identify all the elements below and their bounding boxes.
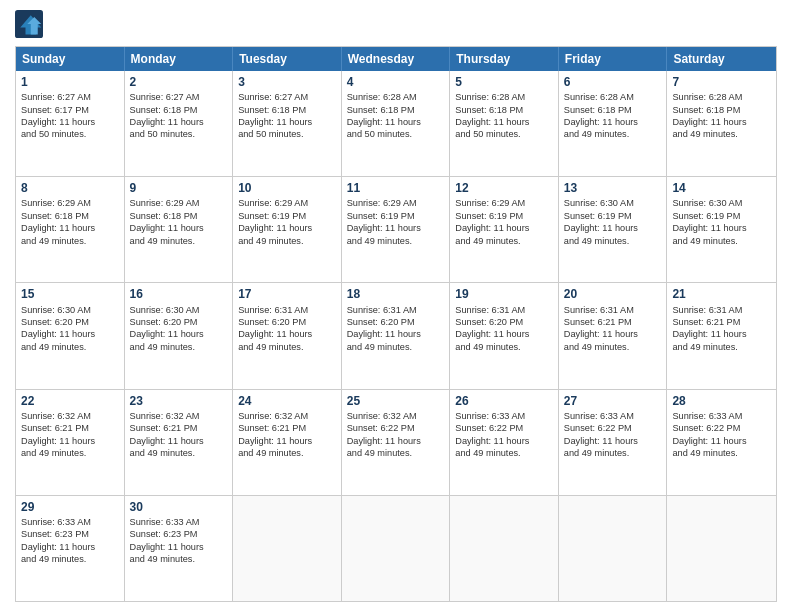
cell-info-line: Sunrise: 6:28 AM <box>564 91 662 103</box>
calendar-row: 15Sunrise: 6:30 AMSunset: 6:20 PMDayligh… <box>16 282 776 388</box>
calendar-cell: 23Sunrise: 6:32 AMSunset: 6:21 PMDayligh… <box>125 390 234 495</box>
cell-info-line: and 49 minutes. <box>672 128 771 140</box>
cell-info-line: and 49 minutes. <box>564 447 662 459</box>
cell-info-line: Sunrise: 6:29 AM <box>21 197 119 209</box>
cell-info-line: Daylight: 11 hours <box>21 435 119 447</box>
cell-info-line: Daylight: 11 hours <box>347 435 445 447</box>
cell-info-line: Daylight: 11 hours <box>347 222 445 234</box>
cell-info-line: Sunset: 6:18 PM <box>130 104 228 116</box>
weekday-header: Saturday <box>667 47 776 71</box>
day-number: 22 <box>21 393 119 409</box>
cell-info-line: Sunrise: 6:30 AM <box>564 197 662 209</box>
weekday-header: Monday <box>125 47 234 71</box>
cell-info-line: Sunset: 6:22 PM <box>455 422 553 434</box>
cell-info-line: Sunrise: 6:33 AM <box>564 410 662 422</box>
calendar-cell: 21Sunrise: 6:31 AMSunset: 6:21 PMDayligh… <box>667 283 776 388</box>
day-number: 27 <box>564 393 662 409</box>
cell-info-line: and 50 minutes. <box>347 128 445 140</box>
calendar-cell: 14Sunrise: 6:30 AMSunset: 6:19 PMDayligh… <box>667 177 776 282</box>
cell-info-line: and 49 minutes. <box>347 341 445 353</box>
calendar-cell <box>559 496 668 601</box>
cell-info-line: and 49 minutes. <box>455 341 553 353</box>
cell-info-line: Daylight: 11 hours <box>130 541 228 553</box>
cell-info-line: Daylight: 11 hours <box>564 435 662 447</box>
cell-info-line: Daylight: 11 hours <box>130 222 228 234</box>
cell-info-line: Sunset: 6:19 PM <box>347 210 445 222</box>
cell-info-line: Sunset: 6:18 PM <box>672 104 771 116</box>
cell-info-line: and 49 minutes. <box>347 235 445 247</box>
calendar-cell <box>667 496 776 601</box>
cell-info-line: and 49 minutes. <box>347 447 445 459</box>
cell-info-line: Sunrise: 6:33 AM <box>455 410 553 422</box>
cell-info-line: Sunset: 6:19 PM <box>672 210 771 222</box>
cell-info-line: Daylight: 11 hours <box>130 328 228 340</box>
cell-info-line: Sunrise: 6:30 AM <box>672 197 771 209</box>
cell-info-line: and 49 minutes. <box>21 341 119 353</box>
day-number: 29 <box>21 499 119 515</box>
day-number: 17 <box>238 286 336 302</box>
day-number: 28 <box>672 393 771 409</box>
calendar-cell: 24Sunrise: 6:32 AMSunset: 6:21 PMDayligh… <box>233 390 342 495</box>
cell-info-line: and 49 minutes. <box>564 341 662 353</box>
cell-info-line: Sunset: 6:21 PM <box>238 422 336 434</box>
cell-info-line: Sunrise: 6:32 AM <box>238 410 336 422</box>
day-number: 6 <box>564 74 662 90</box>
cell-info-line: Sunset: 6:18 PM <box>455 104 553 116</box>
cell-info-line: Daylight: 11 hours <box>238 116 336 128</box>
cell-info-line: Sunset: 6:20 PM <box>130 316 228 328</box>
calendar-cell: 26Sunrise: 6:33 AMSunset: 6:22 PMDayligh… <box>450 390 559 495</box>
cell-info-line: Daylight: 11 hours <box>564 116 662 128</box>
day-number: 20 <box>564 286 662 302</box>
cell-info-line: Sunrise: 6:30 AM <box>21 304 119 316</box>
cell-info-line: Sunrise: 6:33 AM <box>672 410 771 422</box>
day-number: 25 <box>347 393 445 409</box>
cell-info-line: Sunset: 6:20 PM <box>455 316 553 328</box>
cell-info-line: Sunrise: 6:28 AM <box>347 91 445 103</box>
cell-info-line: Daylight: 11 hours <box>455 328 553 340</box>
cell-info-line: Sunrise: 6:31 AM <box>347 304 445 316</box>
cell-info-line: Sunrise: 6:33 AM <box>21 516 119 528</box>
calendar-cell: 28Sunrise: 6:33 AMSunset: 6:22 PMDayligh… <box>667 390 776 495</box>
calendar-cell: 15Sunrise: 6:30 AMSunset: 6:20 PMDayligh… <box>16 283 125 388</box>
cell-info-line: Sunset: 6:21 PM <box>564 316 662 328</box>
day-number: 18 <box>347 286 445 302</box>
weekday-header: Sunday <box>16 47 125 71</box>
cell-info-line: Sunset: 6:20 PM <box>347 316 445 328</box>
logo <box>15 10 45 38</box>
day-number: 21 <box>672 286 771 302</box>
cell-info-line: and 49 minutes. <box>130 553 228 565</box>
cell-info-line: and 49 minutes. <box>672 235 771 247</box>
cell-info-line: Sunset: 6:23 PM <box>21 528 119 540</box>
cell-info-line: Sunset: 6:20 PM <box>238 316 336 328</box>
cell-info-line: Sunrise: 6:28 AM <box>455 91 553 103</box>
calendar-cell: 1Sunrise: 6:27 AMSunset: 6:17 PMDaylight… <box>16 71 125 176</box>
cell-info-line: and 49 minutes. <box>455 447 553 459</box>
cell-info-line: and 49 minutes. <box>21 447 119 459</box>
calendar-cell: 10Sunrise: 6:29 AMSunset: 6:19 PMDayligh… <box>233 177 342 282</box>
calendar-cell: 3Sunrise: 6:27 AMSunset: 6:18 PMDaylight… <box>233 71 342 176</box>
day-number: 15 <box>21 286 119 302</box>
day-number: 4 <box>347 74 445 90</box>
cell-info-line: Daylight: 11 hours <box>238 328 336 340</box>
day-number: 14 <box>672 180 771 196</box>
calendar-cell: 7Sunrise: 6:28 AMSunset: 6:18 PMDaylight… <box>667 71 776 176</box>
calendar-cell <box>233 496 342 601</box>
day-number: 19 <box>455 286 553 302</box>
weekday-header: Friday <box>559 47 668 71</box>
day-number: 12 <box>455 180 553 196</box>
cell-info-line: Daylight: 11 hours <box>130 116 228 128</box>
cell-info-line: and 49 minutes. <box>672 341 771 353</box>
cell-info-line: Sunset: 6:21 PM <box>130 422 228 434</box>
cell-info-line: Sunset: 6:18 PM <box>238 104 336 116</box>
cell-info-line: Sunrise: 6:31 AM <box>564 304 662 316</box>
calendar-page: SundayMondayTuesdayWednesdayThursdayFrid… <box>0 0 792 612</box>
cell-info-line: and 49 minutes. <box>564 235 662 247</box>
cell-info-line: Sunrise: 6:31 AM <box>455 304 553 316</box>
cell-info-line: Daylight: 11 hours <box>21 541 119 553</box>
calendar-cell <box>342 496 451 601</box>
cell-info-line: and 50 minutes. <box>455 128 553 140</box>
cell-info-line: Daylight: 11 hours <box>347 116 445 128</box>
cell-info-line: and 49 minutes. <box>130 341 228 353</box>
logo-icon <box>15 10 43 38</box>
calendar-cell: 20Sunrise: 6:31 AMSunset: 6:21 PMDayligh… <box>559 283 668 388</box>
